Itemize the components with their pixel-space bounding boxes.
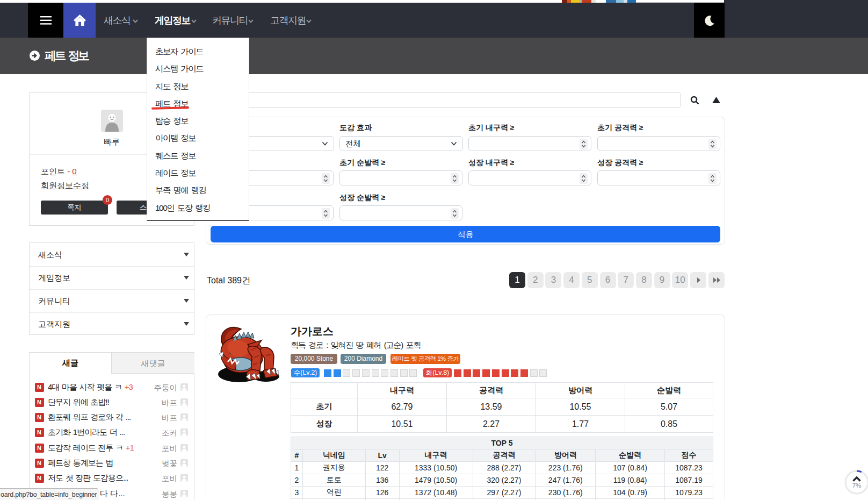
svg-text:7%: 7% [852, 482, 862, 489]
